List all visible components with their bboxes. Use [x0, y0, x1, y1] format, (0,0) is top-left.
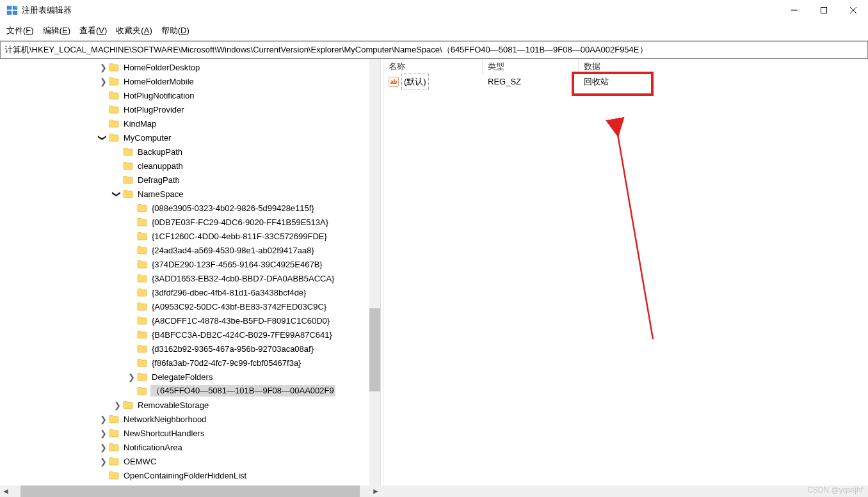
tree-node[interactable]: ❯MyComputer: [0, 130, 380, 145]
svg-rect-6: [821, 8, 827, 13]
tree-node[interactable]: ❯DelegateFolders: [0, 370, 380, 384]
tree-node[interactable]: ❯OEMWC: [0, 454, 380, 468]
tree-node[interactable]: HotPlugProvider: [0, 102, 380, 116]
hscroll-thumb[interactable]: [20, 485, 360, 497]
close-button[interactable]: [839, 0, 868, 20]
tree-node-label: NewShortcutHandlers: [122, 429, 205, 438]
tree-node-label: cleanuppath: [136, 161, 184, 171]
tree-node[interactable]: ❯NameSpace: [0, 187, 380, 201]
tree-horizontal-scrollbar[interactable]: ◄ ►: [0, 485, 868, 497]
tree-node[interactable]: {B4BFCC3A-DB2C-424C-B029-7FE99A87C641}: [0, 327, 380, 342]
tree-node-label: OEMWC: [122, 457, 157, 466]
tree-node[interactable]: {374DE290-123F-4565-9164-39C4925E467B}: [0, 257, 380, 271]
tree-node[interactable]: cleanuppath: [0, 159, 380, 173]
tree-node-label: KindMap: [122, 119, 157, 129]
tree-node[interactable]: OpenContainingFolderHiddenList: [0, 468, 380, 482]
tree-node[interactable]: DefragPath: [0, 173, 380, 187]
tree-node-label: {3dfdf296-dbec-4fb4-81d1-6a3438bcf4de}: [150, 288, 307, 297]
hscroll-right-button[interactable]: ►: [370, 485, 382, 497]
tree-pane: ❯HomeFolderDesktop❯HomeFolderMobileHotPl…: [0, 59, 380, 485]
tree-node[interactable]: HotPlugNotification: [0, 88, 380, 102]
tree-node[interactable]: ❯NewShortcutHandlers: [0, 426, 380, 440]
maximize-button[interactable]: [809, 0, 839, 20]
tree-node-label: HomeFolderMobile: [122, 77, 195, 86]
expand-icon[interactable]: ❯: [99, 414, 108, 423]
tree-node[interactable]: {0DB7E03F-FC29-4DC6-9020-FF41B59E513A}: [0, 215, 380, 229]
tree-node[interactable]: {A0953C92-50DC-43bf-BE83-3742FED03C9C}: [0, 299, 380, 313]
tree-node[interactable]: {f86fa3ab-70d2-4fc7-9c99-fcbf05467f3a}: [0, 356, 380, 370]
watermark: CSDN @yqssjhf: [807, 485, 863, 494]
expand-icon[interactable]: ❯: [99, 63, 108, 72]
collapse-icon[interactable]: ❯: [99, 133, 108, 142]
tree-node[interactable]: {A8CDFF1C-4878-43be-B5FD-F8091C1C60D0}: [0, 313, 380, 327]
menubar: 文件(F) 编辑(E) 查看(V) 收藏夹(A) 帮助(D): [0, 20, 868, 41]
tree-node-label: {0DB7E03F-FC29-4DC6-9020-FF41B59E513A}: [150, 217, 330, 227]
tree-node[interactable]: BackupPath: [0, 145, 380, 159]
tree-node-label: DefragPath: [136, 175, 181, 185]
menu-view[interactable]: 查看(V): [79, 25, 107, 36]
window-title: 注册表编辑器: [22, 4, 72, 16]
tree-node[interactable]: {088e3905-0323-4b02-9826-5d99428e115f}: [0, 201, 380, 215]
tree-node-label: {24ad3ad4-a569-4530-98e1-ab02f9417aa8}: [150, 246, 316, 255]
tree-node-label: {A0953C92-50DC-43bf-BE83-3742FED03C9C}: [150, 302, 328, 312]
tree-node[interactable]: ❯HomeFolderMobile: [0, 74, 380, 88]
svg-rect-2: [7, 11, 12, 15]
tree-node[interactable]: ❯HomeFolderDesktop: [0, 60, 380, 74]
column-name[interactable]: 名称: [383, 59, 483, 74]
annotation-highlight-box: [572, 72, 654, 96]
svg-point-4: [15, 6, 17, 8]
tree-node[interactable]: {3ADD1653-EB32-4cb0-BBD7-DFA0ABB5ACCA}: [0, 271, 380, 285]
regedit-app-icon: [6, 4, 18, 16]
tree-node[interactable]: ❯RemovableStorage: [0, 398, 380, 412]
hscroll-left-button[interactable]: ◄: [0, 485, 12, 497]
tree-node-label: HotPlugProvider: [122, 105, 186, 114]
tree-node-label: RemovableStorage: [136, 400, 210, 410]
tree-node-label: {f86fa3ab-70d2-4fc7-9c99-fcbf05467f3a}: [150, 358, 302, 368]
tree-node-label: NotificationArea: [122, 443, 184, 452]
tree-vertical-scrollbar[interactable]: [369, 59, 380, 485]
tree-node-label: （645FFO40—5081—101B—9F08—00AA002F9: [150, 385, 335, 397]
expand-icon[interactable]: ❯: [99, 443, 108, 452]
tree-node[interactable]: {d3162b92-9365-467a-956b-92703aca08af}: [0, 342, 380, 356]
value-name: (默认): [401, 74, 429, 90]
string-value-icon: ab: [389, 77, 399, 87]
tree-node-label: HomeFolderDesktop: [122, 63, 201, 72]
titlebar: 注册表编辑器: [0, 0, 868, 20]
menu-edit[interactable]: 编辑(E): [43, 25, 70, 36]
address-bar[interactable]: 计算机\HKEY_LOCAL_MACHINE\SOFTWARE\Microsof…: [0, 41, 868, 59]
tree-node[interactable]: ❯NetworkNeighborhood: [0, 412, 380, 426]
tree-node-label: {3ADD1653-EB32-4cb0-BBD7-DFA0ABB5ACCA}: [150, 274, 335, 283]
values-pane: 名称 类型 数据 ab(默认)REG_SZ回收站: [383, 59, 868, 485]
menu-file[interactable]: 文件(F): [6, 25, 34, 36]
tree-node-label: NameSpace: [136, 189, 185, 199]
tree-node-label: HotPlugNotification: [122, 91, 196, 100]
menu-help[interactable]: 帮助(D): [161, 25, 189, 36]
column-type[interactable]: 类型: [483, 59, 579, 74]
tree-node[interactable]: {1CF1260C-4DD0-4ebb-811F-33C572699FDE}: [0, 229, 380, 243]
svg-rect-3: [13, 11, 17, 15]
registry-tree[interactable]: ❯HomeFolderDesktop❯HomeFolderMobileHotPl…: [0, 59, 380, 482]
menu-favorites[interactable]: 收藏夹(A): [116, 25, 152, 36]
tree-node[interactable]: {24ad3ad4-a569-4530-98e1-ab02f9417aa8}: [0, 243, 380, 257]
tree-node[interactable]: （645FFO40—5081—101B—9F08—00AA002F9: [0, 384, 380, 398]
tree-node[interactable]: ❯NotificationArea: [0, 440, 380, 454]
expand-icon[interactable]: ❯: [113, 400, 122, 409]
tree-node-label: BackupPath: [136, 147, 184, 157]
collapse-icon[interactable]: ❯: [113, 189, 122, 198]
expand-icon[interactable]: ❯: [127, 372, 136, 381]
tree-node-label: {088e3905-0323-4b02-9826-5d99428e115f}: [150, 203, 316, 213]
tree-scrollbar-thumb[interactable]: [369, 308, 380, 391]
expand-icon[interactable]: ❯: [99, 429, 108, 438]
tree-node-label: {374DE290-123F-4565-9164-39C4925E467B}: [150, 260, 324, 269]
minimize-button[interactable]: [780, 0, 809, 20]
tree-node-label: MyComputer: [122, 133, 172, 143]
svg-rect-0: [7, 6, 12, 10]
tree-node-label: {A8CDFF1C-4878-43be-B5FD-F8091C1C60D0}: [150, 316, 331, 326]
tree-node-label: {d3162b92-9365-467a-956b-92703aca08af}: [150, 344, 315, 354]
tree-node-label: {B4BFCC3A-DB2C-424C-B029-7FE99A87C641}: [150, 330, 334, 340]
expand-icon[interactable]: ❯: [99, 457, 108, 466]
tree-node[interactable]: KindMap: [0, 116, 380, 130]
expand-icon[interactable]: ❯: [99, 77, 108, 86]
tree-node[interactable]: {3dfdf296-dbec-4fb4-81d1-6a3438bcf4de}: [0, 285, 380, 299]
tree-node-label: {1CF1260C-4DD0-4ebb-811F-33C572699FDE}: [150, 232, 328, 241]
